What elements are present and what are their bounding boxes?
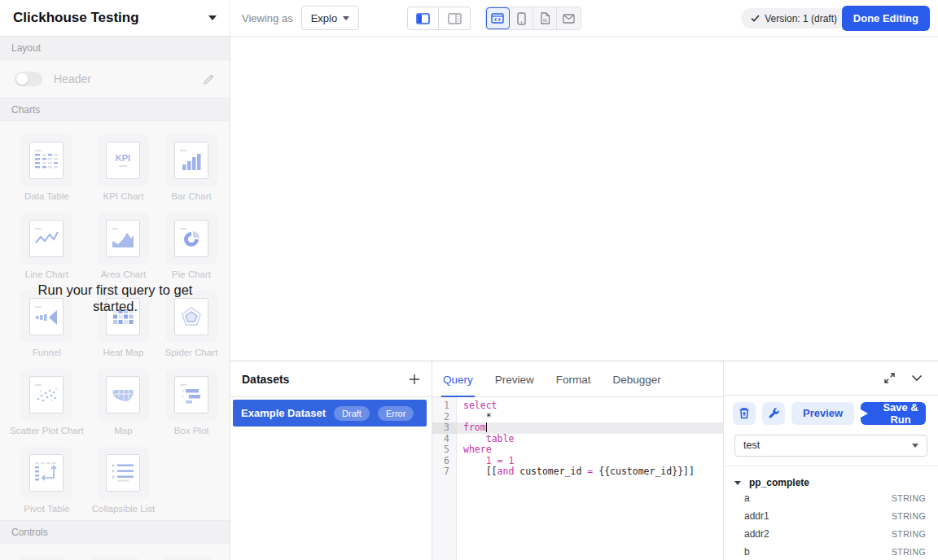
section-charts: Charts — [0, 98, 230, 121]
top-bar: Clickhouse Testing Viewing as Explo — [0, 0, 938, 37]
right-panel-toggle-button[interactable] — [439, 7, 471, 30]
header-layout-row: Header — [0, 60, 230, 98]
dashboard-title-area[interactable]: Clickhouse Testing — [0, 0, 230, 36]
edit-pencil-icon[interactable] — [203, 73, 215, 85]
datasets-column: Datasets Example Dataset Draft Error — [230, 361, 432, 560]
schema-browser: pp_complete a STRING addr1 STRING addr2 … — [724, 466, 938, 560]
dataset-row-example-dataset[interactable]: Example Dataset Draft Error — [233, 400, 427, 427]
version-badge[interactable]: Version: 1 (draft) — [741, 8, 847, 28]
envelope-icon — [563, 14, 575, 24]
collapse-panel-chevron-icon[interactable] — [911, 374, 923, 382]
plus-icon — [409, 374, 420, 385]
email-export-button[interactable] — [557, 7, 581, 29]
done-editing-button[interactable]: Done Editing — [842, 6, 930, 31]
section-controls: Controls — [0, 520, 230, 544]
elements-sidebar: Layout Header Charts — [0, 37, 230, 560]
header-toggle[interactable] — [15, 72, 42, 86]
title-dropdown-caret-icon[interactable] — [208, 15, 217, 20]
control-card[interactable] — [10, 552, 74, 560]
query-panel: Datasets Example Dataset Draft Error Que… — [230, 361, 938, 560]
tab-query[interactable]: Query — [443, 374, 473, 396]
pie-chart-icon — [178, 225, 205, 252]
panel-toggle-group — [407, 7, 471, 30]
delete-dataset-button[interactable] — [733, 402, 756, 425]
table-selector-dropdown[interactable]: test — [734, 435, 927, 457]
chart-card-data-table[interactable]: Data Table — [10, 129, 84, 208]
panel-controls — [723, 361, 938, 396]
schema-field-row: a STRING — [734, 489, 926, 506]
preview-mode-group — [485, 7, 581, 30]
version-label: Version: 1 (draft) — [765, 13, 837, 24]
chart-card-bar[interactable]: Bar Chart — [163, 129, 220, 208]
pdf-document-icon — [540, 12, 550, 24]
pivot-table-icon — [33, 459, 60, 487]
right-panel-icon — [448, 13, 462, 24]
tab-preview[interactable]: Preview — [495, 374, 534, 396]
chart-card-line[interactable]: Line Chart — [10, 208, 84, 286]
data-table-icon — [33, 147, 60, 174]
schema-table-row[interactable]: pp_complete — [734, 477, 926, 488]
chart-card-pie[interactable]: Pie Chart — [163, 208, 220, 286]
tab-format[interactable]: Format — [556, 374, 591, 396]
viewing-as-dropdown[interactable]: Explo — [301, 6, 360, 30]
bar-chart-icon — [178, 147, 205, 174]
map-icon — [109, 381, 137, 409]
dashboard-editor: Clickhouse Testing Viewing as Explo — [0, 0, 938, 560]
code-line[interactable]: 5where — [432, 444, 723, 456]
control-card[interactable] — [156, 552, 220, 560]
code-line[interactable]: 7 [[and customer_id = {{customer_id}}]] — [432, 466, 723, 478]
code-line[interactable]: 2 * — [432, 412, 723, 423]
expand-panel-icon[interactable] — [883, 372, 896, 384]
chevron-down-icon — [912, 444, 918, 448]
mobile-phone-icon — [517, 12, 526, 25]
left-panel-icon — [416, 13, 430, 24]
left-panel-toggle-button[interactable] — [407, 7, 439, 30]
code-line[interactable]: 6 1 = 1 — [432, 456, 723, 467]
table-selector-value: test — [743, 440, 760, 451]
add-dataset-button[interactable] — [409, 374, 420, 385]
chart-card-map[interactable]: Map — [92, 364, 155, 442]
header-toggle-label: Header — [54, 72, 91, 85]
chart-type-grid: Data Table KPI KPI Chart — [0, 121, 230, 520]
tab-debugger[interactable]: Debugger — [613, 374, 661, 396]
code-line[interactable]: 3from — [432, 422, 723, 434]
controls-grid — [0, 544, 230, 560]
empty-state-message: Run your first query to get started. — [0, 282, 230, 314]
desktop-preview-button[interactable] — [486, 7, 510, 29]
chart-card-area[interactable]: Area Chart — [92, 208, 155, 286]
editor-tabs: Query Preview Format Debugger — [432, 361, 723, 397]
schema-field-row: addr2 STRING — [734, 525, 926, 542]
schema-field-row: addr1 STRING — [734, 507, 926, 524]
datasets-header: Datasets — [230, 361, 432, 397]
code-lines: 1select2 *3from4 table5where6 1 = 17 [[a… — [432, 400, 723, 478]
section-layout: Layout — [0, 37, 230, 60]
line-chart-icon — [33, 225, 60, 252]
svg-text:KPI: KPI — [116, 153, 130, 163]
chart-card-kpi[interactable]: KPI KPI Chart — [92, 129, 155, 208]
preview-button[interactable]: Preview — [791, 402, 854, 425]
sql-editor[interactable]: 1select2 *3from4 table5where6 1 = 17 [[a… — [432, 397, 723, 560]
mobile-preview-button[interactable] — [510, 7, 533, 29]
save-run-button[interactable]: Save & Run — [861, 402, 926, 425]
control-card[interactable] — [82, 552, 147, 560]
dataset-badge-draft: Draft — [334, 406, 370, 421]
play-icon — [861, 409, 868, 418]
chart-card-collapsible-list[interactable]: Collapsible List — [92, 442, 155, 520]
query-actions-column: Preview Save & Run test pp_complete a — [723, 361, 938, 560]
box-plot-icon — [178, 381, 205, 409]
chart-card-box-plot[interactable]: Box Plot — [163, 364, 220, 442]
datasets-title: Datasets — [242, 373, 289, 386]
chart-card-scatter[interactable]: Scatter Plot Chart — [10, 364, 84, 442]
browser-code-icon — [491, 13, 504, 24]
chart-card-pivot-table[interactable]: Pivot Table — [10, 442, 84, 520]
editor-column: Query Preview Format Debugger 1select2 *… — [432, 361, 723, 560]
code-line[interactable]: 1select — [432, 400, 723, 412]
query-action-buttons: Preview Save & Run — [724, 396, 938, 425]
dashboard-canvas[interactable] — [230, 37, 938, 361]
collapsible-list-icon — [109, 459, 137, 487]
pdf-export-button[interactable] — [533, 7, 557, 29]
dataset-name: Example Dataset — [241, 407, 326, 419]
area-chart-icon — [109, 225, 137, 252]
query-settings-button[interactable] — [762, 402, 785, 425]
code-line[interactable]: 4 table — [432, 434, 723, 445]
